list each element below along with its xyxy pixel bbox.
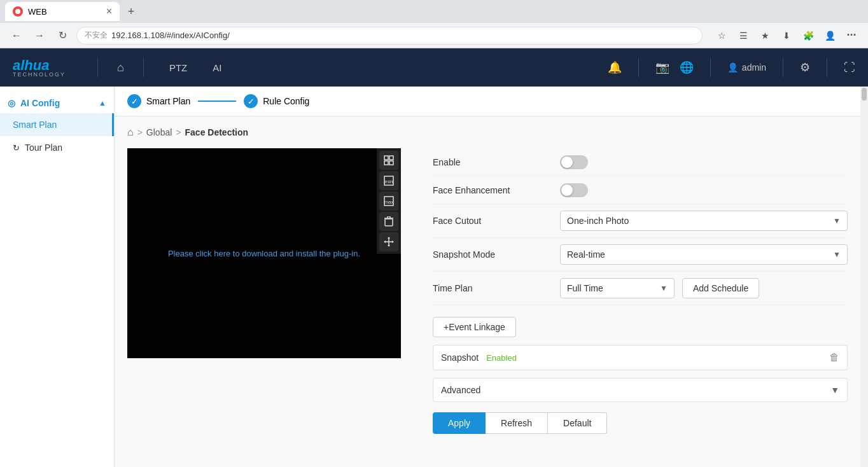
username-label: admin — [742, 62, 766, 73]
apply-button[interactable]: Apply — [433, 412, 486, 434]
sidebar-item-tour-plan[interactable]: ↻ Tour Plan — [0, 136, 114, 159]
svg-rect-0 — [384, 156, 388, 160]
active-tab[interactable]: WEB × — [5, 2, 120, 21]
nav-ptz[interactable]: PTZ — [163, 62, 193, 73]
face-enhancement-label: Face Enhancement — [433, 185, 560, 195]
video-toolbar: min max — [377, 148, 401, 254]
footer-buttons: Apply Refresh Default — [433, 412, 848, 434]
video-plugin-message[interactable]: Please click here to download and instal… — [168, 249, 360, 258]
snapshot-row: Snapshot Enabled 🗑 — [433, 345, 848, 370]
settings-panel: Enable Face Enhancement — [433, 148, 848, 434]
right-scrollbar[interactable] — [860, 87, 868, 467]
video-resize-max-tool[interactable]: max — [379, 192, 398, 211]
sidebar: ◎ AI Config ▲ Smart Plan ↻ Tour Plan — [0, 87, 115, 467]
video-grid-tool[interactable] — [379, 151, 398, 170]
forward-button[interactable]: → — [31, 27, 48, 45]
sidebar-item-smart-plan[interactable]: Smart Plan — [0, 113, 114, 136]
downloads-icon[interactable]: ⬇ — [778, 27, 795, 45]
favorites-icon[interactable]: ★ — [756, 27, 774, 45]
wizard-step2-label: Rule Config — [263, 96, 309, 106]
face-enhancement-row: Face Enhancement — [433, 176, 848, 204]
breadcrumb-sep-2: > — [176, 127, 181, 137]
svg-rect-2 — [384, 161, 388, 165]
extensions-icon[interactable]: 🧩 — [799, 27, 817, 45]
snapshot-mode-dropdown[interactable]: Real-time ▼ — [560, 244, 848, 265]
time-plan-inner: Full Time ▼ Add Schedule — [560, 278, 848, 298]
enable-label: Enable — [433, 157, 560, 167]
breadcrumb-global[interactable]: Global — [146, 127, 172, 137]
enable-toggle[interactable] — [560, 155, 588, 169]
more-menu-button[interactable]: ··· — [843, 27, 860, 45]
camera-icon[interactable]: 📷 — [655, 60, 669, 74]
back-button[interactable]: ← — [8, 27, 25, 45]
time-plan-label: Time Plan — [433, 283, 560, 293]
nav-right-area: 🔔 📷 🌐 👤 admin ⚙ ⛶ — [608, 58, 855, 77]
svg-marker-16 — [388, 245, 390, 247]
snapshot-status: Enabled — [486, 353, 517, 363]
nav-divider-4 — [710, 58, 711, 77]
video-panel: Please click here to download and instal… — [127, 148, 420, 434]
wizard-step-1: ✓ Smart Plan — [127, 94, 190, 108]
face-enhancement-toggle[interactable] — [560, 183, 588, 197]
add-schedule-button[interactable]: Add Schedule — [682, 278, 759, 298]
event-linkage-button[interactable]: +Event Linkage — [433, 317, 516, 337]
nav-divider-3 — [638, 58, 639, 77]
time-plan-dropdown[interactable]: Full Time ▼ — [560, 278, 675, 298]
nav-ai[interactable]: AI — [206, 62, 228, 73]
logo-sub: TECHNOLOGY — [13, 71, 66, 78]
video-delete-tool[interactable] — [379, 212, 398, 231]
face-cutout-control: One-inch Photo ▼ — [560, 211, 848, 231]
url-field[interactable]: 不安全 192.168.1.108/#/index/AIConfig/ — [76, 27, 703, 45]
face-cutout-value: One-inch Photo — [567, 216, 629, 226]
nav-divider-5 — [783, 58, 783, 77]
svg-text:max: max — [384, 199, 393, 205]
wizard-step1-check: ✓ — [127, 94, 141, 108]
default-button[interactable]: Default — [548, 412, 607, 434]
globe-icon[interactable]: 🌐 — [680, 60, 694, 74]
face-cutout-dropdown[interactable]: One-inch Photo ▼ — [560, 211, 848, 231]
collections-icon[interactable]: ☰ — [734, 27, 752, 45]
wizard-connector — [198, 101, 236, 102]
snapshot-mode-value: Real-time — [567, 249, 605, 260]
user-icon: 👤 — [727, 62, 738, 73]
settings-icon[interactable]: ⚙ — [800, 60, 810, 74]
refresh-button[interactable]: Refresh — [486, 412, 548, 434]
event-linkage-section: +Event Linkage — [433, 310, 848, 337]
face-cutout-chevron: ▼ — [833, 216, 841, 225]
user-menu[interactable]: 👤 admin — [727, 62, 766, 73]
enable-toggle-knob — [561, 157, 573, 168]
wizard-step1-label: Smart Plan — [146, 96, 190, 106]
snapshot-mode-row: Snapshot Mode Real-time ▼ — [433, 238, 848, 272]
video-move-tool[interactable] — [379, 232, 398, 251]
refresh-browser-button[interactable]: ↻ — [53, 27, 71, 45]
new-tab-button[interactable]: + — [122, 3, 140, 20]
ai-config-icon: ◎ — [8, 98, 15, 108]
security-warning: 不安全 — [85, 30, 108, 41]
svg-rect-8 — [385, 219, 393, 226]
nav-divider-1 — [97, 58, 98, 77]
breadcrumb: ⌂ > Global > Face Detection — [127, 127, 848, 138]
tab-close-button[interactable]: × — [106, 6, 112, 17]
sidebar-section-ai-config[interactable]: ◎ AI Config ▲ — [0, 93, 114, 113]
address-bar: ← → ↻ 不安全 192.168.1.108/#/index/AIConfig… — [0, 23, 868, 48]
time-plan-row: Time Plan Full Time ▼ Add Schedule — [433, 272, 848, 305]
url-text: 192.168.1.108/#/index/AIConfig/ — [111, 31, 230, 40]
profile-icon[interactable]: 👤 — [821, 27, 839, 45]
snapshot-delete-button[interactable]: 🗑 — [829, 352, 839, 363]
bell-icon[interactable]: 🔔 — [608, 60, 622, 74]
bookmark-icon[interactable]: ☆ — [713, 27, 731, 45]
face-cutout-label: Face Cutout — [433, 216, 560, 226]
video-canvas[interactable]: Please click here to download and instal… — [127, 148, 401, 358]
time-plan-value: Full Time — [567, 283, 603, 293]
enable-row: Enable — [433, 148, 848, 176]
breadcrumb-home-icon[interactable]: ⌂ — [127, 127, 134, 138]
snapshot-mode-chevron: ▼ — [833, 250, 841, 259]
wizard-step-2: ✓ Rule Config — [244, 94, 309, 108]
fullscreen-icon[interactable]: ⛶ — [844, 61, 855, 74]
snapshot-mode-control: Real-time ▼ — [560, 244, 848, 265]
home-nav-icon[interactable]: ⌂ — [117, 61, 124, 74]
advanced-section[interactable]: Advanced ▼ — [433, 378, 848, 402]
wizard-header: ✓ Smart Plan ✓ Rule Config — [115, 87, 860, 116]
video-resize-min-tool[interactable]: min — [379, 171, 398, 190]
sidebar-section-label: AI Config — [20, 98, 60, 108]
